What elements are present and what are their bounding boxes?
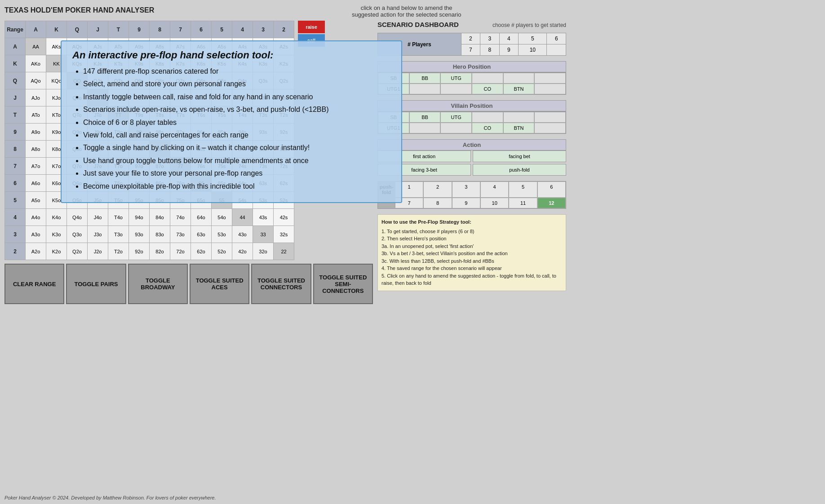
row-header-7: 7	[5, 158, 26, 175]
hand-cell-A3o[interactable]: A3o	[26, 226, 46, 243]
hand-cell-64o[interactable]: 64o	[191, 209, 212, 226]
hand-cell-T2o[interactable]: T2o	[108, 243, 129, 260]
hand-cell-A7o[interactable]: A7o	[26, 158, 46, 175]
hand-cell-92o[interactable]: 92o	[129, 243, 150, 260]
hand-cell-ATo[interactable]: ATo	[26, 106, 46, 124]
pushfold-12[interactable]: 12	[537, 198, 566, 208]
action-facing-bet[interactable]: facing bet	[473, 150, 566, 162]
hand-cell-K2o[interactable]: K2o	[46, 243, 67, 260]
hand-cell-94o[interactable]: 94o	[129, 209, 150, 226]
hand-cell-83o[interactable]: 83o	[150, 226, 170, 243]
hand-cell-43o[interactable]: 43o	[232, 226, 253, 243]
player-option-7[interactable]: 7	[461, 44, 480, 56]
hand-cell-44[interactable]: 44	[232, 209, 253, 226]
hero-pos-UTG[interactable]: UTG	[440, 73, 472, 84]
hand-cell-A8o[interactable]: A8o	[26, 141, 46, 158]
action-section: Action first action facing bet facing 3-…	[377, 139, 566, 176]
hand-cell-53o[interactable]: 53o	[212, 226, 232, 243]
pushfold-2[interactable]: 2	[423, 181, 452, 198]
hand-cell-82o[interactable]: 82o	[150, 243, 170, 260]
toggle-suited-aces-button[interactable]: TOGGLE SUITED ACES	[190, 264, 249, 304]
hand-cell-J2o[interactable]: J2o	[88, 243, 108, 260]
action-push-fold[interactable]: push-fold	[473, 164, 566, 176]
toggle-pairs-button[interactable]: TOGGLE PAIRS	[66, 264, 126, 304]
player-option-9[interactable]: 9	[499, 44, 519, 56]
player-option-3[interactable]: 3	[480, 33, 500, 44]
hero-position-label: Hero Position	[377, 61, 566, 72]
hand-cell-A6o[interactable]: A6o	[26, 175, 46, 192]
hand-cell-J4o[interactable]: J4o	[88, 209, 108, 226]
pushfold-9[interactable]: 9	[452, 198, 480, 208]
col-header-7: 7	[170, 21, 191, 38]
pushfold-8[interactable]: 8	[423, 198, 452, 208]
pushfold-3[interactable]: 3	[452, 181, 480, 198]
player-option-4[interactable]: 4	[499, 33, 519, 44]
pushfold-10[interactable]: 10	[480, 198, 509, 208]
choose-players-text: choose # players to get started	[462, 22, 566, 28]
action-label: Action	[377, 139, 566, 150]
villain-pos-BB[interactable]: BB	[409, 112, 441, 123]
player-option-2[interactable]: 2	[461, 33, 480, 44]
how-to-section: How to use the Pre-Flop Strategy tool: 1…	[377, 214, 566, 291]
hand-cell-62o[interactable]: 62o	[191, 243, 212, 260]
hand-cell-AQo[interactable]: AQo	[26, 72, 46, 89]
villain-pos-CO[interactable]: CO	[472, 123, 503, 133]
hero-pos-BB[interactable]: BB	[409, 73, 441, 84]
hand-cell-Q4o[interactable]: Q4o	[67, 209, 88, 226]
hand-cell-42s[interactable]: 42s	[274, 209, 294, 226]
villain-pos-empty3	[534, 112, 566, 123]
hand-cell-73o[interactable]: 73o	[170, 226, 191, 243]
hand-cell-AKo[interactable]: AKo	[26, 55, 46, 72]
hand-cell-T4o[interactable]: T4o	[108, 209, 129, 226]
hand-cell-22[interactable]: 22	[274, 243, 294, 260]
hand-cell-T3o[interactable]: T3o	[108, 226, 129, 243]
hand-cell-AA[interactable]: AA	[26, 38, 46, 55]
pushfold-11[interactable]: 11	[509, 198, 537, 208]
player-option-8[interactable]: 8	[480, 44, 500, 56]
pushfold-6[interactable]: 6	[537, 181, 566, 198]
player-option-6[interactable]: 6	[547, 33, 566, 44]
toggle-broadway-button[interactable]: TOGGLE BROADWAY	[128, 264, 188, 304]
col-header-9: 9	[129, 21, 150, 38]
hero-pos-BTN[interactable]: BTN	[503, 84, 535, 94]
pushfold-4[interactable]: 4	[480, 181, 509, 198]
toggle-suited-semi-connectors-button[interactable]: TOGGLE SUITED SEMI-CONNECTORS	[313, 264, 373, 304]
hand-cell-32s[interactable]: 32s	[274, 226, 294, 243]
hand-cell-K3o[interactable]: K3o	[46, 226, 67, 243]
hand-cell-42o[interactable]: 42o	[232, 243, 253, 260]
pushfold-5[interactable]: 5	[509, 181, 537, 198]
hand-cell-J3o[interactable]: J3o	[88, 226, 108, 243]
hand-cell-A9o[interactable]: A9o	[26, 124, 46, 141]
hand-cell-72o[interactable]: 72o	[170, 243, 191, 260]
hand-cell-54o[interactable]: 54o	[212, 209, 232, 226]
hand-cell-A4o[interactable]: A4o	[26, 209, 46, 226]
hero-position-section: Hero Position SB BB UTG UTG1 CO BTN	[377, 61, 566, 95]
hand-cell-43s[interactable]: 43s	[253, 209, 274, 226]
hand-cell-Q3o[interactable]: Q3o	[67, 226, 88, 243]
col-header-Q: Q	[67, 21, 88, 38]
info-bullet: Select, amend and store your own persona…	[83, 79, 390, 89]
hand-cell-AJo[interactable]: AJo	[26, 89, 46, 106]
toggle-suited-connectors-button[interactable]: TOGGLE SUITED CONNECTORS	[251, 264, 311, 304]
hand-cell-74o[interactable]: 74o	[170, 209, 191, 226]
hand-cell-Q2o[interactable]: Q2o	[67, 243, 88, 260]
hand-cell-K4o[interactable]: K4o	[46, 209, 67, 226]
hand-cell-33[interactable]: 33	[253, 226, 274, 243]
hand-cell-84o[interactable]: 84o	[150, 209, 170, 226]
hand-cell-93o[interactable]: 93o	[129, 226, 150, 243]
hand-cell-52o[interactable]: 52o	[212, 243, 232, 260]
player-option-10[interactable]: 10	[519, 44, 547, 56]
hand-cell-63o[interactable]: 63o	[191, 226, 212, 243]
header-instruction: click on a hand below to amend the sugge…	[181, 4, 632, 18]
player-option-5[interactable]: 5	[519, 33, 547, 44]
hand-cell-32o[interactable]: 32o	[253, 243, 274, 260]
hero-pos-CO[interactable]: CO	[472, 84, 503, 94]
villain-pos-UTG[interactable]: UTG	[440, 112, 472, 123]
hand-cell-A5o[interactable]: A5o	[26, 192, 46, 209]
info-heading: An interactive pre-flop hand selection t…	[72, 49, 390, 61]
hand-cell-A2o[interactable]: A2o	[26, 243, 46, 260]
villain-pos-empty1	[472, 112, 503, 123]
villain-pos-BTN[interactable]: BTN	[503, 123, 535, 133]
clear-range-button[interactable]: CLEAR RANGE	[4, 264, 64, 304]
row-header-A: A	[5, 38, 26, 55]
